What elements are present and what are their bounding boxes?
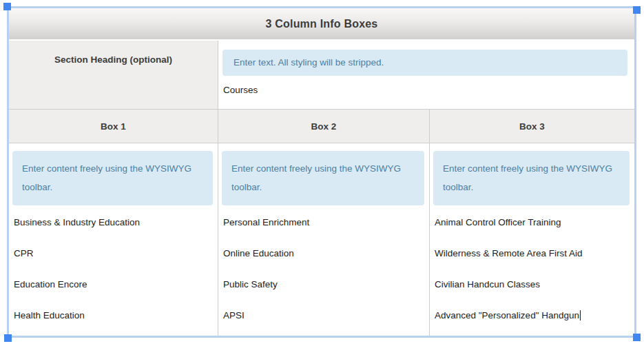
box3-item-4[interactable]: Advanced "Personalized" Handgun — [435, 309, 630, 321]
selection-handle-bottom-right[interactable] — [633, 334, 641, 341]
section-heading-row: Section Heading (optional) Enter text. A… — [9, 41, 634, 109]
box3-content-area[interactable]: Enter content freely using the WYSIWYG t… — [430, 143, 634, 336]
box1-item-3[interactable]: Education Encore — [14, 278, 213, 290]
box1-item-4[interactable]: Health Education — [14, 309, 213, 321]
box2-content-area[interactable]: Enter content freely using the WYSIWYG t… — [218, 143, 430, 336]
box3-item-2[interactable]: Wilderness & Remote Area First Aid — [435, 247, 630, 259]
three-column-info-boxes-widget[interactable]: 3 Column Info Boxes Section Heading (opt… — [9, 8, 634, 336]
box1-item-1[interactable]: Business & Industry Education — [14, 216, 213, 228]
section-heading-value[interactable]: Courses — [223, 85, 627, 95]
box3-wysiwyg-placeholder[interactable]: Enter content freely using the WYSIWYG t… — [433, 151, 630, 205]
selection-handle-bottom-left[interactable] — [4, 334, 12, 342]
box2-wysiwyg-placeholder[interactable]: Enter content freely using the WYSIWYG t… — [222, 151, 424, 205]
selection-handle-top-left[interactable] — [3, 3, 11, 10]
section-heading-label: Section Heading (optional) — [54, 54, 172, 65]
box1-item-2[interactable]: CPR — [14, 247, 213, 259]
box1-header: Box 1 — [9, 110, 218, 143]
box-content-row: Enter content freely using the WYSIWYG t… — [9, 143, 634, 336]
box2-item-2[interactable]: Online Education — [223, 247, 424, 259]
box-headers-row: Box 1 Box 2 Box 3 — [9, 109, 634, 143]
box3-header: Box 3 — [430, 110, 634, 143]
text-caret — [580, 310, 581, 320]
box2-item-3[interactable]: Public Safety — [223, 278, 424, 290]
box1-wysiwyg-placeholder[interactable]: Enter content freely using the WYSIWYG t… — [12, 151, 213, 205]
section-heading-edit-area[interactable]: Enter text. All styling will be stripped… — [218, 41, 634, 109]
box3-item-1[interactable]: Animal Control Officer Training — [435, 216, 630, 228]
box3-item-4-text: Advanced "Personalized" Handgun — [435, 310, 579, 320]
section-heading-placeholder[interactable]: Enter text. All styling will be stripped… — [222, 50, 627, 76]
selection-handle-top-right[interactable] — [633, 6, 641, 14]
section-heading-label-cell: Section Heading (optional) — [9, 41, 218, 109]
box2-item-4[interactable]: APSI — [223, 309, 424, 321]
widget-title: 3 Column Info Boxes — [266, 18, 378, 30]
box2-item-1[interactable]: Personal Enrichment — [223, 216, 424, 228]
box3-item-3[interactable]: Civilian Handcun Classes — [435, 278, 630, 290]
box2-header: Box 2 — [218, 110, 430, 143]
widget-title-bar: 3 Column Info Boxes — [9, 8, 634, 41]
box1-content-area[interactable]: Enter content freely using the WYSIWYG t… — [9, 143, 218, 336]
